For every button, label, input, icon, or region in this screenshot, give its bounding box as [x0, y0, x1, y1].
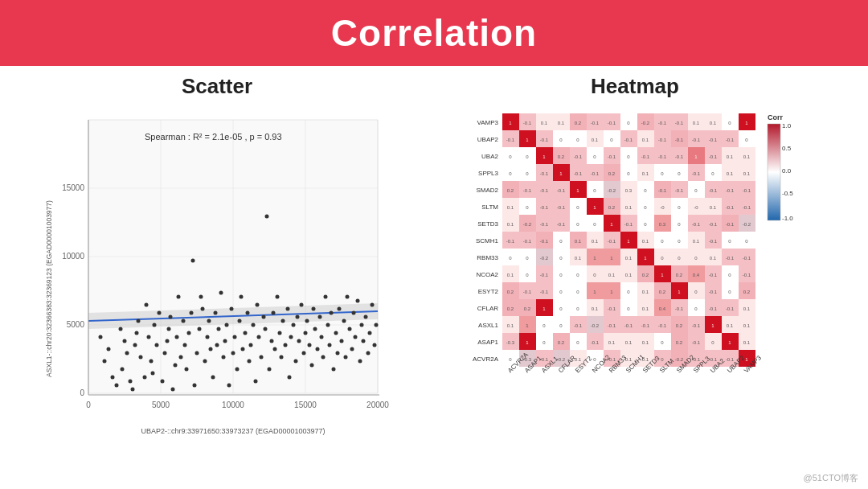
svg-point-22: [111, 376, 115, 380]
svg-point-90: [257, 335, 261, 339]
svg-point-76: [230, 307, 234, 311]
svg-point-129: [336, 351, 340, 355]
svg-point-44: [166, 339, 170, 343]
svg-point-131: [340, 339, 344, 343]
svg-point-61: [199, 295, 203, 299]
svg-point-119: [316, 347, 320, 351]
svg-point-69: [215, 343, 219, 347]
svg-text:5000: 5000: [152, 401, 170, 409]
svg-point-40: [155, 343, 159, 347]
svg-text:-0.2: -0.2: [591, 323, 600, 328]
svg-text:0.1: 0.1: [642, 171, 649, 176]
svg-point-89: [256, 303, 260, 307]
svg-text:0.2: 0.2: [575, 121, 582, 125]
svg-text:SCMH1: SCMH1: [476, 237, 499, 244]
svg-text:-0.1: -0.1: [540, 222, 549, 227]
svg-text:-0.1: -0.1: [675, 121, 684, 125]
svg-text:SMAD2: SMAD2: [476, 187, 498, 194]
svg-text:0.1: 0.1: [625, 256, 633, 261]
svg-text:0.4: 0.4: [693, 273, 700, 277]
heatmap-title: Heatmap: [591, 74, 679, 99]
svg-text:-0.1: -0.1: [591, 121, 600, 125]
page-title: Correlation: [331, 11, 537, 55]
svg-text:0.1: 0.1: [575, 256, 582, 261]
svg-text:ESYT2: ESYT2: [478, 288, 499, 295]
svg-text:-0.1: -0.1: [709, 290, 718, 294]
svg-text:-0.2: -0.2: [743, 222, 751, 227]
heatmap-panel: Heatmap: [418, 74, 852, 481]
svg-text:ASXL1: ASXL1: [478, 322, 498, 329]
svg-text:-0.1: -0.1: [709, 188, 718, 193]
svg-text:0.2: 0.2: [608, 205, 616, 210]
svg-text:-0.1: -0.1: [726, 138, 735, 142]
svg-point-136: [350, 347, 354, 351]
svg-point-65: [207, 319, 211, 323]
svg-point-147: [373, 343, 377, 347]
svg-text:-0.1: -0.1: [726, 222, 735, 227]
svg-text:0.1: 0.1: [608, 340, 616, 345]
svg-point-49: [175, 335, 179, 339]
svg-point-53: [183, 343, 187, 347]
svg-point-39: [153, 323, 157, 327]
svg-point-111: [300, 303, 304, 307]
svg-point-125: [328, 343, 332, 347]
svg-text:-0.1: -0.1: [624, 138, 633, 142]
svg-text:-0.1: -0.1: [675, 138, 684, 142]
svg-text:0.1: 0.1: [608, 273, 616, 277]
svg-point-21: [107, 347, 111, 351]
svg-text:0.1: 0.1: [693, 239, 700, 244]
svg-point-122: [321, 355, 326, 360]
svg-text:-0.1: -0.1: [540, 188, 549, 193]
svg-text:-0: -0: [694, 205, 698, 210]
svg-point-72: [222, 355, 226, 360]
svg-text:0.1: 0.1: [592, 138, 599, 142]
svg-point-59: [195, 351, 199, 355]
svg-point-60: [198, 327, 202, 331]
svg-text:-0.1: -0.1: [540, 290, 549, 294]
svg-text:0.1: 0.1: [727, 323, 734, 328]
svg-text:NCOA2: NCOA2: [476, 271, 498, 278]
svg-text:-0.3: -0.3: [506, 340, 515, 345]
svg-text:0.1: 0.1: [743, 154, 751, 159]
svg-point-81: [240, 295, 244, 299]
svg-text:-0.1: -0.1: [557, 222, 566, 227]
svg-text:SETD3: SETD3: [477, 220, 498, 228]
svg-text:-0.1: -0.1: [641, 323, 650, 328]
svg-text:0.2: 0.2: [524, 306, 531, 311]
svg-point-138: [354, 335, 358, 339]
svg-text:RBM33: RBM33: [477, 254, 498, 261]
svg-point-23: [115, 384, 119, 388]
svg-text:-0.1: -0.1: [726, 306, 735, 311]
svg-point-86: [249, 343, 253, 347]
svg-point-63: [203, 360, 207, 364]
svg-text:-0.1: -0.1: [675, 154, 684, 159]
svg-point-139: [356, 299, 360, 303]
svg-point-132: [342, 319, 346, 323]
svg-text:-0.1: -0.1: [591, 340, 600, 345]
svg-point-102: [281, 319, 285, 323]
svg-text:0.1: 0.1: [558, 121, 565, 125]
svg-text:-0.1: -0.1: [540, 138, 549, 142]
svg-text:0.2: 0.2: [558, 154, 565, 159]
svg-point-118: [313, 327, 317, 331]
svg-text:0: 0: [80, 388, 84, 397]
svg-text:0.1: 0.1: [693, 121, 700, 125]
svg-text:0.4: 0.4: [659, 306, 666, 311]
watermark: @51CTO博客: [804, 472, 858, 484]
svg-text:0.1: 0.1: [642, 138, 649, 142]
svg-point-120: [318, 315, 322, 319]
svg-text:0.1: 0.1: [642, 340, 649, 345]
svg-point-104: [286, 307, 290, 311]
svg-point-45: [167, 327, 171, 331]
svg-text:0.2: 0.2: [507, 290, 514, 294]
svg-point-101: [280, 355, 284, 360]
svg-point-55: [187, 331, 191, 335]
svg-point-67: [211, 376, 215, 380]
svg-point-92: [262, 315, 266, 319]
svg-text:-0.1: -0.1: [540, 205, 549, 210]
svg-point-73: [223, 339, 227, 343]
svg-point-105: [288, 376, 292, 380]
svg-text:0.1: 0.1: [507, 222, 514, 227]
svg-point-99: [276, 295, 280, 299]
svg-text:0.1: 0.1: [743, 171, 751, 176]
